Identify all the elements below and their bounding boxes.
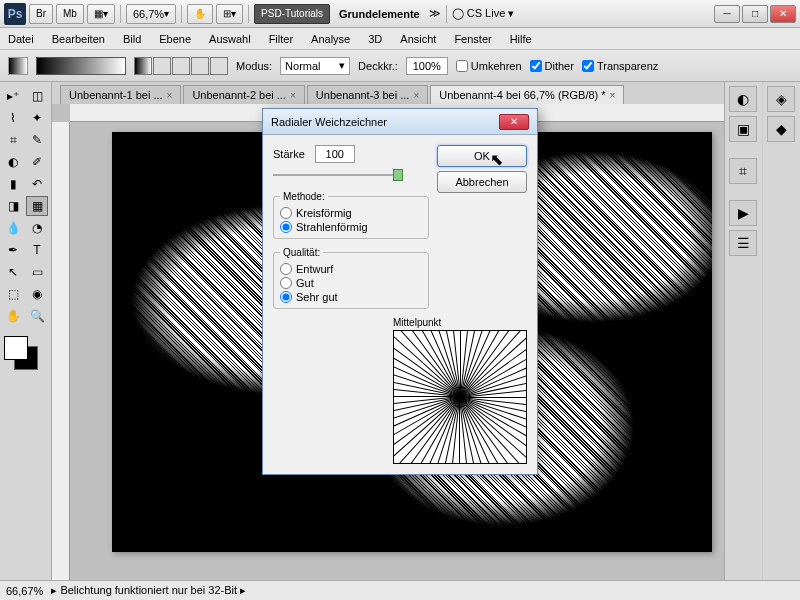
- dialog-title: Radialer Weichzeichner: [271, 116, 387, 128]
- gradient-diamond[interactable]: [210, 57, 228, 75]
- wand-tool[interactable]: ✦: [26, 108, 48, 128]
- method-zoom-radio[interactable]: Strahlenförmig: [280, 220, 422, 234]
- zoom-dropdown[interactable]: 66,7% ▾: [126, 4, 176, 24]
- minimize-button[interactable]: ─: [714, 5, 740, 23]
- quality-good-radio[interactable]: Gut: [280, 276, 422, 290]
- gradient-preview[interactable]: [36, 57, 126, 75]
- stamp-tool[interactable]: ▮: [2, 174, 24, 194]
- menu-analyse[interactable]: Analyse: [311, 33, 350, 45]
- panel-history-icon[interactable]: ☰: [729, 230, 757, 256]
- menu-datei[interactable]: Datei: [8, 33, 34, 45]
- cslive-icon[interactable]: ◯ CS Live ▾: [452, 7, 515, 20]
- eraser-tool[interactable]: ◨: [2, 196, 24, 216]
- radial-blur-dialog: Radialer Weichzeichner ✕ Stärke Methode:…: [262, 108, 538, 475]
- bridge-button[interactable]: Br: [29, 4, 53, 24]
- hand-icon[interactable]: ✋: [187, 4, 213, 24]
- app-logo: Ps: [4, 3, 26, 25]
- doc-tab-1[interactable]: Unbenannt-2 bei ...×: [183, 85, 304, 104]
- tool-indicator: [8, 57, 28, 75]
- pen-tool[interactable]: ✒: [2, 240, 24, 260]
- type-tool[interactable]: T: [26, 240, 48, 260]
- quality-best-radio[interactable]: Sehr gut: [280, 290, 422, 304]
- eyedropper-tool[interactable]: ✎: [26, 130, 48, 150]
- opacity-label: Deckkr.:: [358, 60, 398, 72]
- marquee-tool[interactable]: ◫: [26, 86, 48, 106]
- dodge-tool[interactable]: ◔: [26, 218, 48, 238]
- blur-tool[interactable]: 💧: [2, 218, 24, 238]
- heal-tool[interactable]: ◐: [2, 152, 24, 172]
- menu-bild[interactable]: Bild: [123, 33, 141, 45]
- move-tool[interactable]: ▸⁺: [2, 86, 24, 106]
- transparency-checkbox[interactable]: Transparenz: [582, 60, 658, 72]
- menu-3d[interactable]: 3D: [368, 33, 382, 45]
- arrange-button[interactable]: ⊞▾: [216, 4, 243, 24]
- panel-channels-icon[interactable]: ◆: [767, 116, 795, 142]
- maximize-button[interactable]: □: [742, 5, 768, 23]
- brush-tool[interactable]: ✐: [26, 152, 48, 172]
- menu-filter[interactable]: Filter: [269, 33, 293, 45]
- lasso-tool[interactable]: ⌇: [2, 108, 24, 128]
- tab-close-icon[interactable]: ×: [610, 90, 616, 101]
- ruler-vertical: [52, 122, 70, 600]
- mode-select[interactable]: Normal▾: [280, 57, 350, 75]
- doc-tab-0[interactable]: Unbenannt-1 bei ...×: [60, 85, 181, 104]
- dither-checkbox[interactable]: Dither: [530, 60, 574, 72]
- toolbox: ▸⁺◫ ⌇✦ ⌗✎ ◐✐ ▮↶ ◨▦ 💧◔ ✒T ↖▭ ⬚◉ ✋🔍: [0, 82, 52, 600]
- gradient-reflected[interactable]: [191, 57, 209, 75]
- path-tool[interactable]: ↖: [2, 262, 24, 282]
- menu-ansicht[interactable]: Ansicht: [400, 33, 436, 45]
- method-group: Methode: Kreisförmig Strahlenförmig: [273, 191, 429, 239]
- ok-button[interactable]: OK: [437, 145, 527, 167]
- menu-bearbeiten[interactable]: Bearbeiten: [52, 33, 105, 45]
- reverse-checkbox[interactable]: Umkehren: [456, 60, 522, 72]
- hand-tool[interactable]: ✋: [2, 306, 24, 326]
- panel-masks-icon[interactable]: ▣: [729, 116, 757, 142]
- close-button[interactable]: ✕: [770, 5, 796, 23]
- quality-group: Qualität: Entwurf Gut Sehr gut: [273, 247, 429, 309]
- opacity-input[interactable]: [406, 57, 448, 75]
- menu-auswahl[interactable]: Auswahl: [209, 33, 251, 45]
- screenmode-button[interactable]: ▦▾: [87, 4, 115, 24]
- cancel-button[interactable]: Abbrechen: [437, 171, 527, 193]
- mode-label: Modus:: [236, 60, 272, 72]
- strength-input[interactable]: [315, 145, 355, 163]
- doc-tab-3[interactable]: Unbenannt-4 bei 66,7% (RGB/8) *×: [430, 85, 624, 104]
- quality-draft-radio[interactable]: Entwurf: [280, 262, 422, 276]
- status-message: ▸ Belichtung funktioniert nur bei 32-Bit…: [51, 584, 246, 597]
- dialog-close-button[interactable]: ✕: [499, 114, 529, 130]
- more-icon[interactable]: ≫: [429, 7, 441, 20]
- color-swatches[interactable]: [2, 336, 42, 376]
- strength-slider[interactable]: [273, 167, 403, 183]
- strength-label: Stärke: [273, 148, 305, 160]
- zoom-tool[interactable]: 🔍: [26, 306, 48, 326]
- tab-close-icon[interactable]: ×: [290, 90, 296, 101]
- workspace-label[interactable]: Grundelemente: [333, 8, 426, 20]
- tab-close-icon[interactable]: ×: [167, 90, 173, 101]
- crop-tool[interactable]: ⌗: [2, 130, 24, 150]
- gradient-linear[interactable]: [134, 57, 152, 75]
- menu-ebene[interactable]: Ebene: [159, 33, 191, 45]
- panel-layers-icon[interactable]: ◈: [767, 86, 795, 112]
- shape-tool[interactable]: ▭: [26, 262, 48, 282]
- minibridge-button[interactable]: Mb: [56, 4, 84, 24]
- panel-adjustments-icon[interactable]: ◐: [729, 86, 757, 112]
- doc-tab-2[interactable]: Unbenannt-3 bei ...×: [307, 85, 428, 104]
- 3d-tool[interactable]: ⬚: [2, 284, 24, 304]
- 3dcam-tool[interactable]: ◉: [26, 284, 48, 304]
- gradient-radial[interactable]: [153, 57, 171, 75]
- menu-hilfe[interactable]: Hilfe: [510, 33, 532, 45]
- blur-center-preview[interactable]: [393, 330, 527, 464]
- tab-close-icon[interactable]: ×: [413, 90, 419, 101]
- gradient-tool[interactable]: ▦: [26, 196, 48, 216]
- preview-label: Mittelpunkt: [393, 317, 527, 328]
- gradient-angle[interactable]: [172, 57, 190, 75]
- status-zoom[interactable]: 66,67%: [6, 585, 43, 597]
- brand-button[interactable]: PSD-Tutorials: [254, 4, 330, 24]
- menu-fenster[interactable]: Fenster: [454, 33, 491, 45]
- history-tool[interactable]: ↶: [26, 174, 48, 194]
- method-spin-radio[interactable]: Kreisförmig: [280, 206, 422, 220]
- panel-actions-icon[interactable]: ▶: [729, 200, 757, 226]
- panel-crop-icon[interactable]: ⌗: [729, 158, 757, 184]
